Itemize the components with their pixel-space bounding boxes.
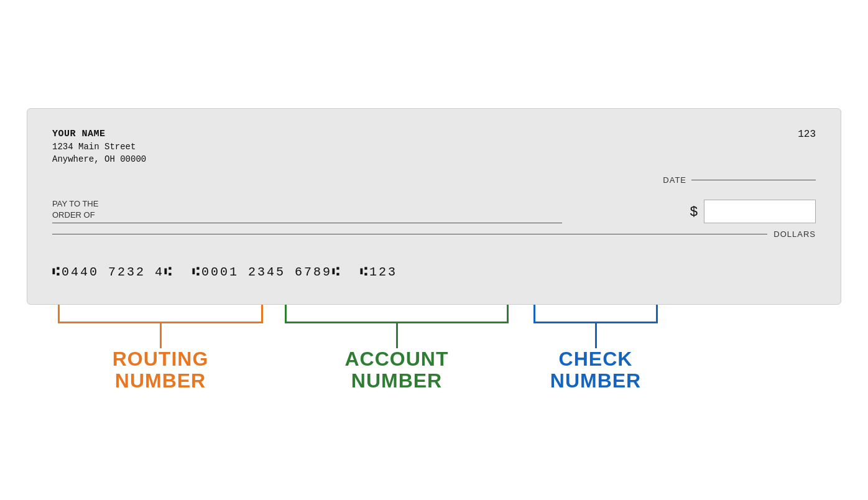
check-top-row: YOUR NAME 1234 Main Street Anywhere, OH … bbox=[52, 129, 816, 164]
account-bracket bbox=[285, 305, 509, 323]
account-stem bbox=[396, 323, 398, 348]
check-label-group: CHECK NUMBER bbox=[533, 305, 658, 392]
date-label: DATE bbox=[663, 175, 686, 185]
micr-check: ⑆123 bbox=[360, 265, 397, 279]
routing-label-line2: NUMBER bbox=[113, 370, 209, 392]
micr-account: ⑆0001 2345 6789⑆ bbox=[192, 265, 360, 279]
check-pay-row: PAY TO THEORDER OF $ bbox=[52, 198, 816, 223]
amount-box bbox=[704, 200, 816, 223]
routing-label: ROUTING NUMBER bbox=[113, 348, 209, 392]
dollars-line bbox=[52, 234, 767, 234]
account-label: ACCOUNT NUMBER bbox=[345, 348, 449, 392]
account-label-line1: ACCOUNT bbox=[345, 348, 449, 370]
dollar-sign: $ bbox=[690, 203, 698, 220]
check-number-display: 123 bbox=[798, 129, 816, 140]
check-owner-name: YOUR NAME bbox=[52, 129, 146, 139]
account-label-group: ACCOUNT NUMBER bbox=[279, 305, 515, 392]
check-label-line2: NUMBER bbox=[550, 370, 641, 392]
routing-label-line1: ROUTING bbox=[113, 348, 209, 370]
account-label-line2: NUMBER bbox=[345, 370, 449, 392]
pay-to-label: PAY TO THEORDER OF bbox=[52, 198, 690, 221]
check-label: CHECK NUMBER bbox=[550, 348, 641, 392]
check-label-line1: CHECK bbox=[550, 348, 641, 370]
check-bracket bbox=[533, 305, 658, 323]
routing-bracket bbox=[58, 305, 263, 323]
page-container: YOUR NAME 1234 Main Street Anywhere, OH … bbox=[17, 108, 851, 392]
check-dollars-row: DOLLARS bbox=[52, 229, 816, 239]
check-amount-box: $ bbox=[690, 200, 816, 223]
pay-to-line bbox=[52, 223, 562, 223]
date-line bbox=[691, 180, 816, 180]
check-stem bbox=[595, 323, 597, 348]
check-address: YOUR NAME 1234 Main Street Anywhere, OH … bbox=[52, 129, 146, 164]
micr-routing: ⑆0440 7232 4⑆ bbox=[52, 265, 192, 279]
routing-stem bbox=[160, 323, 162, 348]
check-street: 1234 Main Street bbox=[52, 142, 146, 152]
dollars-label: DOLLARS bbox=[773, 229, 816, 239]
labels-section: ROUTING NUMBER ACCOUNT NUMBER CHECK NUMB… bbox=[27, 305, 841, 392]
check-city: Anywhere, OH 00000 bbox=[52, 154, 146, 164]
check-image: YOUR NAME 1234 Main Street Anywhere, OH … bbox=[27, 108, 841, 304]
check-pay-left: PAY TO THEORDER OF bbox=[52, 198, 690, 223]
micr-row: ⑆0440 7232 4⑆ ⑆0001 2345 6789⑆ ⑆123 bbox=[52, 259, 816, 279]
check-date-row: DATE bbox=[52, 175, 816, 185]
routing-label-group: ROUTING NUMBER bbox=[55, 305, 266, 392]
